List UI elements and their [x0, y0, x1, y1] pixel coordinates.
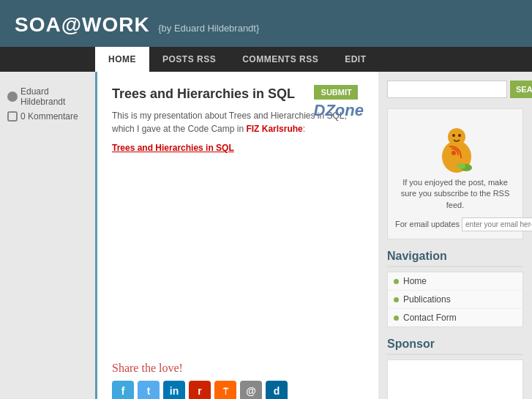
- nav-item-contact: Contact Form: [403, 313, 457, 323]
- site-title: SOA@WORK: [15, 13, 150, 36]
- nav-posts-rss[interactable]: POSTS RSS: [149, 47, 229, 72]
- nav-edit[interactable]: EDIT: [331, 47, 379, 72]
- nav-bullet: [394, 316, 399, 321]
- main-content: Trees and Hierarchies in SQL This is my …: [95, 72, 378, 399]
- share-digg[interactable]: d: [266, 381, 288, 399]
- search-row: SEARCH: [387, 81, 523, 98]
- nav-bullet: [394, 297, 399, 302]
- site-subtitle: {by Eduard Hildebrandt}: [158, 23, 259, 34]
- svg-point-2: [452, 134, 455, 137]
- comments-count: 0 Kommentare: [20, 111, 78, 122]
- post-highlight: FIZ Karlsruhe: [246, 124, 302, 134]
- nav-list-item-home[interactable]: Home: [388, 272, 522, 291]
- sidebar-right: SEARCH If you: [378, 72, 532, 399]
- dzone-label: DZone: [314, 101, 364, 119]
- sidebar-left: Eduard Hildebrandt 0 Kommentare: [0, 72, 95, 399]
- author-info: Eduard Hildebrandt: [7, 86, 88, 107]
- share-linkedin[interactable]: in: [163, 381, 185, 399]
- navbar: HOME POSTS RSS COMMENTS RSS EDIT: [0, 47, 532, 72]
- main-layout: Eduard Hildebrandt 0 Kommentare Trees an…: [0, 72, 532, 399]
- comments-info: 0 Kommentare: [7, 111, 88, 122]
- nav-list-item-publications[interactable]: Publications: [388, 291, 522, 309]
- email-label: For email updates: [395, 220, 460, 228]
- author-name: Eduard Hildebrandt: [20, 86, 88, 107]
- nav-list-item-contact[interactable]: Contact Form: [388, 309, 522, 327]
- author-icon: [7, 92, 18, 102]
- navigation-title: Navigation: [387, 250, 523, 267]
- nav-item-publications: Publications: [403, 294, 451, 305]
- submit-button[interactable]: SUBMIT: [314, 85, 358, 100]
- nav-bullet: [394, 279, 399, 284]
- search-button[interactable]: SEARCH: [510, 81, 532, 98]
- svg-point-3: [458, 134, 461, 137]
- search-input[interactable]: [387, 81, 507, 98]
- svg-point-4: [452, 151, 456, 155]
- nav-home[interactable]: HOME: [95, 47, 149, 72]
- svg-point-1: [448, 128, 465, 146]
- dzone-area: SUBMIT DZone: [314, 85, 364, 120]
- post-body-suffix: :: [303, 124, 305, 134]
- rss-figure: [426, 116, 484, 175]
- post-body-text: This is my presentation about Trees and …: [112, 111, 347, 134]
- share-icons: f t in r ⍑ @ d: [112, 381, 364, 399]
- sponsor-title: Sponsor: [387, 338, 523, 355]
- share-reddit[interactable]: r: [189, 381, 211, 399]
- svg-point-6: [457, 163, 465, 169]
- comment-icon: [7, 111, 18, 122]
- share-twitter[interactable]: t: [138, 381, 160, 399]
- rss-area: If you enjoyed the post, make sure you s…: [387, 108, 523, 239]
- nav-list: Home Publications Contact Form: [387, 272, 523, 327]
- nav-comments-rss[interactable]: COMMENTS RSS: [229, 47, 331, 72]
- share-email[interactable]: @: [240, 381, 262, 399]
- rss-caption: If you enjoyed the post, make sure you s…: [395, 177, 515, 211]
- share-facebook[interactable]: f: [112, 381, 134, 399]
- email-input[interactable]: [462, 217, 532, 231]
- email-row: For email updates OK: [395, 217, 515, 231]
- site-header: SOA@WORK {by Eduard Hildebrandt}: [0, 0, 532, 47]
- navigation-section: Navigation Home Publications Contact For…: [387, 250, 523, 327]
- share-rss[interactable]: ⍑: [214, 381, 236, 399]
- sponsor-box: [387, 359, 523, 399]
- sponsor-section: Sponsor: [387, 338, 523, 399]
- post-link[interactable]: Trees and Hierarchies in SQL: [112, 143, 364, 153]
- share-title: Share the love!: [112, 362, 364, 375]
- share-section: Share the love! f t in r ⍑ @ d: [112, 362, 364, 399]
- nav-item-home: Home: [403, 276, 427, 286]
